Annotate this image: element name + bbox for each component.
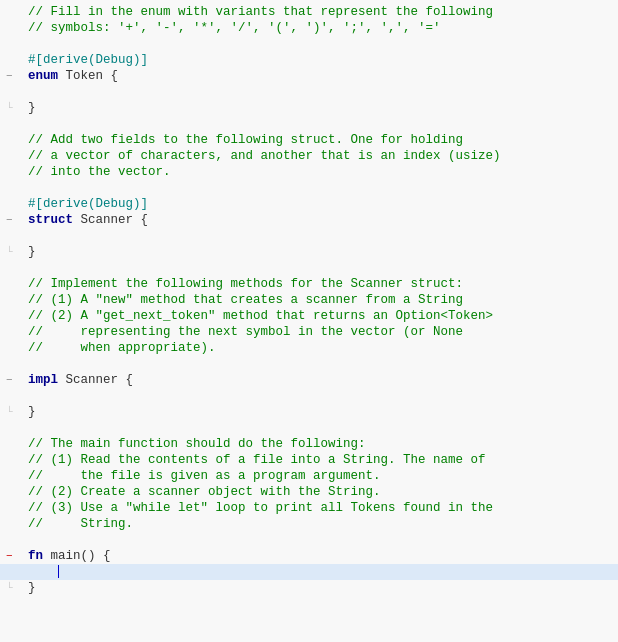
gutter-indicator: − (6, 548, 24, 564)
token: } (28, 581, 36, 595)
line-content: // The main function should do the follo… (28, 436, 610, 452)
text-cursor (58, 565, 59, 578)
line-content (28, 532, 610, 548)
line-content (28, 388, 610, 404)
code-line: // (1) Read the contents of a file into … (0, 452, 618, 468)
line-content: // Fill in the enum with variants that r… (28, 4, 610, 20)
gutter-indicator: − (6, 68, 24, 84)
code-line: −fn main() { (0, 548, 618, 564)
line-content: } (28, 580, 610, 596)
line-content: fn main() { (28, 548, 610, 564)
gutter-indicator (6, 500, 24, 516)
code-line (0, 388, 618, 404)
code-line: // (2) A "get_next_token" method that re… (0, 308, 618, 324)
line-content: } (28, 404, 610, 420)
line-content (28, 116, 610, 132)
gutter-indicator (6, 356, 24, 372)
token: // Fill in the enum with variants that r… (28, 5, 493, 19)
gutter-indicator (6, 20, 24, 36)
line-content (28, 564, 610, 580)
code-line: // representing the next symbol in the v… (0, 324, 618, 340)
code-line: // symbols: '+', '-', '*', '/', '(', ')'… (0, 20, 618, 36)
gutter-indicator: − (6, 372, 24, 388)
gutter-indicator (6, 484, 24, 500)
code-line: // (3) Use a "while let" loop to print a… (0, 500, 618, 516)
token: // Add two fields to the following struc… (28, 133, 463, 147)
token: } (28, 245, 36, 259)
gutter-indicator (6, 324, 24, 340)
gutter-indicator (6, 228, 24, 244)
code-line (0, 116, 618, 132)
gutter-indicator (6, 564, 24, 580)
gutter-indicator (6, 196, 24, 212)
gutter-indicator (6, 148, 24, 164)
code-line: −enum Token { (0, 68, 618, 84)
fold-icon[interactable]: − (6, 548, 13, 564)
line-content: #[derive(Debug)] (28, 52, 610, 68)
code-line: // the file is given as a program argume… (0, 468, 618, 484)
token (58, 373, 66, 387)
token: // a vector of characters, and another t… (28, 149, 501, 163)
code-line: └} (0, 244, 618, 260)
code-line: −impl Scanner { (0, 372, 618, 388)
token: { (103, 69, 118, 83)
code-line (0, 36, 618, 52)
line-content: // (2) A "get_next_token" method that re… (28, 308, 610, 324)
code-line: // into the vector. (0, 164, 618, 180)
line-content: // into the vector. (28, 164, 610, 180)
gutter-indicator (6, 532, 24, 548)
gutter-indicator (6, 52, 24, 68)
foldend-icon: └ (6, 580, 13, 596)
line-content: // (2) Create a scanner object with the … (28, 484, 610, 500)
token: // (3) Use a "while let" loop to print a… (28, 501, 493, 515)
foldend-icon: └ (6, 244, 13, 260)
token: Scanner (81, 213, 134, 227)
token (73, 213, 81, 227)
token: impl (28, 373, 58, 387)
line-content: // Implement the following methods for t… (28, 276, 610, 292)
gutter-indicator (6, 276, 24, 292)
line-content: // String. (28, 516, 610, 532)
code-line (0, 228, 618, 244)
token: Token (66, 69, 104, 83)
line-content (28, 84, 610, 100)
fold-icon[interactable]: − (6, 68, 13, 84)
token (43, 549, 51, 563)
gutter-indicator (6, 260, 24, 276)
code-line: // Implement the following methods for t… (0, 276, 618, 292)
token: // Implement the following methods for t… (28, 277, 463, 291)
token: // (2) A "get_next_token" method that re… (28, 309, 493, 323)
line-content: } (28, 244, 610, 260)
code-editor[interactable]: // Fill in the enum with variants that r… (0, 0, 618, 642)
line-content: // (3) Use a "while let" loop to print a… (28, 500, 610, 516)
token: fn (28, 549, 43, 563)
gutter-indicator: └ (6, 100, 24, 116)
token: // (1) A "new" method that creates a sca… (28, 293, 463, 307)
line-content: // (1) Read the contents of a file into … (28, 452, 610, 468)
code-line: #[derive(Debug)] (0, 196, 618, 212)
code-line: −struct Scanner { (0, 212, 618, 228)
gutter-indicator (6, 116, 24, 132)
code-line: // when appropriate). (0, 340, 618, 356)
token: // (1) Read the contents of a file into … (28, 453, 486, 467)
gutter-indicator (6, 84, 24, 100)
code-line: // (2) Create a scanner object with the … (0, 484, 618, 500)
fold-icon[interactable]: − (6, 372, 13, 388)
gutter-indicator (6, 340, 24, 356)
fold-icon[interactable]: − (6, 212, 13, 228)
token: // into the vector. (28, 165, 171, 179)
token: // (2) Create a scanner object with the … (28, 485, 381, 499)
code-line (0, 84, 618, 100)
line-content: // the file is given as a program argume… (28, 468, 610, 484)
code-line: // The main function should do the follo… (0, 436, 618, 452)
token: Scanner (66, 373, 119, 387)
line-content (28, 228, 610, 244)
gutter-indicator (6, 388, 24, 404)
line-content: } (28, 100, 610, 116)
gutter-indicator (6, 308, 24, 324)
token: // representing the next symbol in the v… (28, 325, 463, 339)
foldend-icon: └ (6, 100, 13, 116)
line-content: // representing the next symbol in the v… (28, 324, 610, 340)
gutter-indicator (6, 420, 24, 436)
code-line: #[derive(Debug)] (0, 52, 618, 68)
